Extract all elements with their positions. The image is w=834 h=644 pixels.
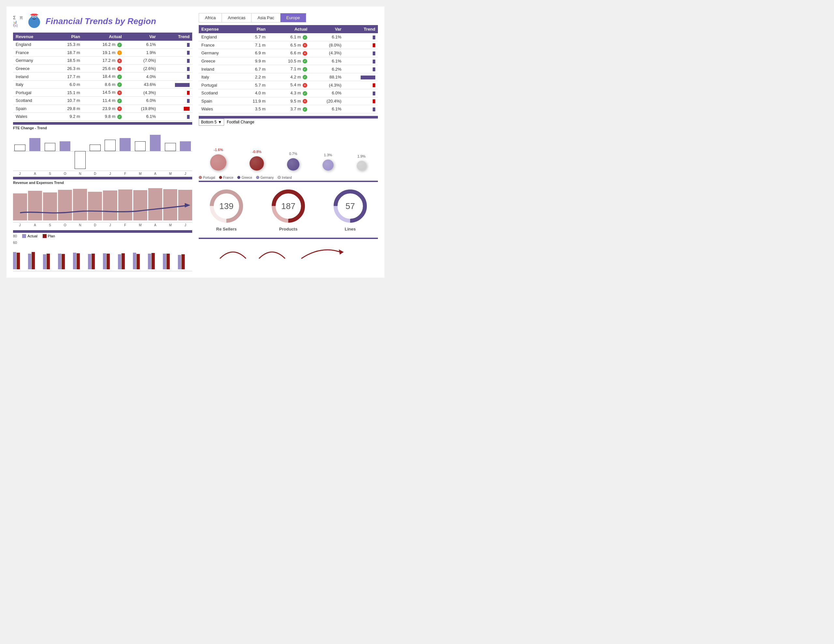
plan-legend-color [43, 234, 47, 238]
plan-bar [61, 254, 65, 269]
month-label: J [13, 223, 27, 227]
trend-cell [158, 113, 192, 121]
fte-bar [60, 141, 71, 151]
month-label: M [163, 172, 177, 176]
tab-asia-pac[interactable]: Asia Pac [252, 13, 280, 22]
country-cell: England [13, 41, 52, 48]
month-label: D [88, 172, 102, 176]
actual-cell: 6.5 m ✕ [268, 41, 310, 49]
actual-cell: 14.5 m ✕ [83, 89, 124, 97]
check-icon: ✓ [303, 91, 307, 96]
table-row: Wales 3.5 m 3.7 m ✓ 6.1% [199, 105, 378, 113]
exp-trend-col-header: Trend [344, 25, 378, 33]
fte-section-divider [13, 122, 192, 125]
trend-bar [373, 36, 375, 39]
month-label: M [133, 223, 147, 227]
fte-bar-wrap [149, 134, 162, 169]
tab-europe[interactable]: Europe [281, 13, 306, 22]
trend-bar-red [373, 43, 375, 47]
fte-bar [135, 141, 146, 151]
fte-month-labels: JASONDJFMAMJ [13, 172, 192, 176]
footfall-item: -0.8% [249, 150, 264, 171]
trend-bar [187, 115, 190, 119]
main-container: Σ π 📊 f(x) [6, 6, 385, 278]
rev-bar [103, 190, 117, 220]
trend-cell [158, 105, 192, 113]
check-icon: ✓ [303, 35, 307, 40]
exp-var-col-header: Var [310, 25, 344, 33]
plan-cell: 5.7 m [237, 33, 268, 41]
bar-group [133, 253, 147, 269]
plan-col-header: Plan [52, 32, 83, 41]
table-row: Italy 2.2 m 4.2 m ✓ 88.1% [199, 73, 378, 81]
country-cell: Ireland [13, 73, 52, 81]
rev-bar [163, 189, 177, 220]
footfall-pct: 1.3% [324, 153, 332, 157]
var-cell: (7.0%) [124, 56, 158, 65]
rev-bar [118, 189, 132, 220]
check-icon: ✓ [117, 74, 122, 79]
footfall-pct: -1.6% [214, 148, 223, 152]
donut-label: Lines [345, 227, 356, 231]
bottom-chart-legend: 80 Actual Plan [13, 233, 192, 239]
rev-section-divider [13, 177, 192, 179]
rev-month-labels: JASONDJFMAMJ [13, 223, 192, 227]
region-tabs[interactable]: AfricaAmericasAsia PacEurope [199, 13, 306, 23]
month-label: A [28, 223, 42, 227]
tab-africa[interactable]: Africa [199, 13, 222, 22]
month-label: F [118, 223, 132, 227]
plan-bar [76, 253, 80, 269]
fte-bar-wrap [13, 134, 27, 169]
actual-bar [163, 253, 166, 269]
actual-legend-color [22, 234, 26, 238]
arrow-section [199, 242, 378, 262]
bottom5-dropdown[interactable]: Bottom 5 ▼ [199, 118, 224, 126]
actual-cell: 25.6 m ✕ [83, 65, 124, 73]
rev-bar [28, 191, 42, 220]
bar-group [178, 254, 192, 269]
trend-cell [344, 89, 378, 97]
plan-bar [166, 253, 170, 269]
fte-bar-wrap [118, 134, 132, 169]
x-icon: ✕ [303, 51, 307, 56]
dropdown-arrow-icon: ▼ [218, 120, 222, 124]
plan-cell: 6.9 m [237, 49, 268, 57]
var-cell: 6.2% [310, 65, 344, 73]
var-cell: (4.3%) [310, 81, 344, 89]
legend-item: France [219, 176, 233, 179]
bar-group [103, 253, 117, 269]
page-title: Financial Trends by Region [45, 16, 156, 26]
footfall-ball [323, 160, 334, 171]
trend-bar-red [187, 91, 190, 95]
trend-bar [187, 51, 190, 55]
table-row: Spain 11.9 m 9.5 m ✕ (20.4%) [199, 97, 378, 105]
legend-dot [256, 176, 259, 179]
footfall-ball [287, 158, 299, 171]
bottom-divider [199, 181, 378, 182]
fte-chart-section: FTE Change - Trend JASONDJFMAMJ [13, 122, 192, 176]
country-cell: Portugal [13, 89, 52, 97]
legend-plan: Plan [43, 234, 55, 238]
x-icon: ✕ [117, 90, 122, 95]
actual-cell: 4.2 m ✓ [268, 73, 310, 81]
trend-cell [344, 57, 378, 65]
legend-actual: Actual [22, 234, 37, 238]
bottom-chart-section: 80 Actual Plan 60 [13, 230, 192, 271]
tab-americas[interactable]: Americas [222, 13, 252, 22]
footfall-item: 1.3% [323, 153, 334, 171]
warn-icon: ! [117, 50, 122, 55]
trend-bar [360, 76, 375, 79]
legend-dot [219, 176, 222, 179]
country-cell: Scotland [13, 96, 52, 105]
trend-cell [158, 73, 192, 81]
actual-cell: 6.1 m ✓ [268, 33, 310, 41]
chart-icon: 📊 [13, 20, 17, 24]
trend-bar [187, 59, 190, 63]
var-cell: 6.1% [310, 57, 344, 65]
var-cell: 6.1% [310, 33, 344, 41]
var-cell: 6.1% [124, 113, 158, 121]
fte-bar-wrap [73, 134, 87, 169]
mascot-icon [26, 13, 42, 29]
formula-text: f(x) [13, 24, 18, 27]
month-label: D [88, 223, 102, 227]
